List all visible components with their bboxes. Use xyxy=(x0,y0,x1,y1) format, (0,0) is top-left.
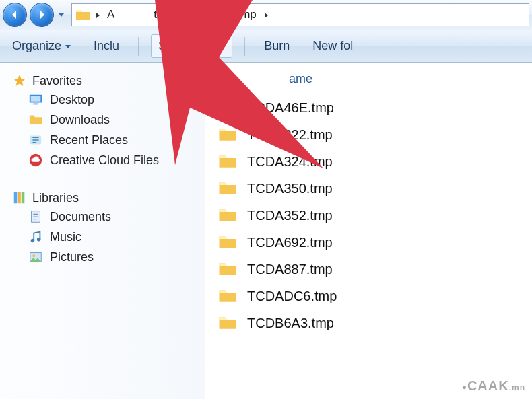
folder-icon xyxy=(28,112,43,127)
sidebar-item-recent-places[interactable]: Recent Places xyxy=(0,130,205,150)
file-name: TCDA887.tmp xyxy=(247,262,333,277)
svg-point-9 xyxy=(31,239,35,243)
file-row[interactable]: TCDA692.tmp xyxy=(218,229,532,256)
libraries-label: Libraries xyxy=(32,191,79,205)
folder-icon xyxy=(218,259,238,279)
breadcrumb-segment[interactable]: Local xyxy=(177,4,215,26)
folder-icon xyxy=(218,313,238,333)
folder-icon xyxy=(218,205,238,225)
nav-history-dropdown[interactable] xyxy=(57,3,66,27)
favorites-header[interactable]: Favorites xyxy=(0,72,205,89)
file-name: TCDA350.tmp xyxy=(247,181,333,196)
chevron-right-icon xyxy=(169,8,177,22)
breadcrumb-segment[interactable]: ta xyxy=(120,4,168,26)
file-name: TCDB6A3.tmp xyxy=(247,316,334,331)
burn-button[interactable]: Burn xyxy=(257,35,296,57)
folder-icon xyxy=(75,7,91,23)
organize-button[interactable]: Organize xyxy=(5,35,77,57)
desktop-icon xyxy=(28,92,43,107)
share-with-button[interactable]: Share with xyxy=(151,34,232,58)
main-content: Favorites Desktop Downloads Recent Place… xyxy=(0,63,532,399)
file-row[interactable]: TCDB6A3.tmp xyxy=(218,310,532,336)
watermark: ●CAAK.mn xyxy=(462,378,525,394)
file-name: TCDA352.tmp xyxy=(247,208,333,223)
file-row[interactable]: TCDA324.tmp xyxy=(218,148,532,175)
recent-places-icon xyxy=(28,133,43,147)
folder-icon xyxy=(218,151,238,172)
sidebar-item-label: Creative Cloud Files xyxy=(50,153,159,168)
svg-rect-2 xyxy=(33,104,38,105)
breadcrumb-segment[interactable]: A xyxy=(102,4,120,26)
sidebar-item-label: Desktop xyxy=(50,93,94,107)
new-folder-button[interactable]: New fol xyxy=(306,35,360,57)
file-list-pane: ame TCDA46E.tmp TCDA322.tmp TCDA324.tmp … xyxy=(205,63,532,399)
libraries-header[interactable]: Libraries xyxy=(0,189,205,207)
file-row[interactable]: TCDA352.tmp xyxy=(218,202,532,229)
sidebar-item-creative-cloud[interactable]: Creative Cloud Files xyxy=(0,150,205,170)
back-button[interactable] xyxy=(3,3,27,27)
svg-rect-7 xyxy=(22,192,25,204)
file-name: TCDADC6.tmp xyxy=(247,289,337,304)
file-name: TCDA46E.tmp xyxy=(247,100,334,116)
folder-icon xyxy=(218,178,238,198)
file-row[interactable]: TCDA322.tmp xyxy=(218,121,532,148)
libraries-icon xyxy=(12,190,27,205)
chevron-right-icon xyxy=(94,8,102,22)
include-button[interactable]: Inclu xyxy=(87,35,126,57)
folder-icon xyxy=(218,286,238,306)
address-bar[interactable]: A ta Local Temp xyxy=(71,3,529,26)
breadcrumb-segment[interactable]: Temp xyxy=(223,4,262,26)
sidebar-item-label: Recent Places xyxy=(50,133,128,147)
favorites-group: Favorites Desktop Downloads Recent Place… xyxy=(0,72,205,170)
chevron-right-icon xyxy=(215,8,223,22)
chevron-right-icon xyxy=(262,8,270,22)
file-name: TCDA692.tmp xyxy=(247,235,333,250)
sidebar-item-desktop[interactable]: Desktop xyxy=(0,89,205,110)
file-name: TCDA322.tmp xyxy=(247,127,333,143)
creative-cloud-icon xyxy=(28,153,43,168)
folder-icon xyxy=(218,124,238,145)
music-icon xyxy=(28,229,43,244)
svg-rect-1 xyxy=(31,96,41,102)
folder-icon xyxy=(218,232,238,252)
favorites-label: Favorites xyxy=(32,74,82,88)
documents-icon xyxy=(28,209,43,224)
toolbar: Organize Inclu Share with Burn New fol xyxy=(0,30,532,63)
sidebar-item-downloads[interactable]: Downloads xyxy=(0,110,205,130)
file-row[interactable]: TCDADC6.tmp xyxy=(218,283,532,310)
sidebar-item-documents[interactable]: Documents xyxy=(0,207,205,227)
sidebar-item-music[interactable]: Music xyxy=(0,227,205,247)
separator xyxy=(138,37,139,56)
column-header-name[interactable]: ame xyxy=(218,72,532,94)
forward-button[interactable] xyxy=(30,3,54,27)
sidebar-item-label: Music xyxy=(50,230,81,244)
star-icon xyxy=(12,73,27,88)
folder-icon xyxy=(218,98,238,118)
pictures-icon xyxy=(28,250,43,264)
sidebar-item-label: Documents xyxy=(50,210,111,224)
sidebar-item-label: Pictures xyxy=(50,250,94,264)
sidebar-item-label: Downloads xyxy=(50,113,110,127)
file-row[interactable]: TCDA46E.tmp xyxy=(218,94,532,121)
separator xyxy=(244,37,245,56)
libraries-group: Libraries Documents Music Pictures xyxy=(0,189,205,267)
svg-point-10 xyxy=(37,238,41,242)
navigation-bar: A ta Local Temp xyxy=(0,0,532,30)
file-row[interactable]: TCDA887.tmp xyxy=(218,256,532,283)
file-name: TCDA324.tmp xyxy=(247,154,333,170)
svg-rect-6 xyxy=(18,192,21,204)
svg-point-12 xyxy=(32,254,35,257)
sidebar: Favorites Desktop Downloads Recent Place… xyxy=(0,63,205,399)
sidebar-item-pictures[interactable]: Pictures xyxy=(0,247,205,267)
svg-rect-5 xyxy=(14,192,18,204)
file-row[interactable]: TCDA350.tmp xyxy=(218,175,532,202)
chevron-down-icon xyxy=(220,44,225,49)
chevron-down-icon xyxy=(65,44,71,49)
